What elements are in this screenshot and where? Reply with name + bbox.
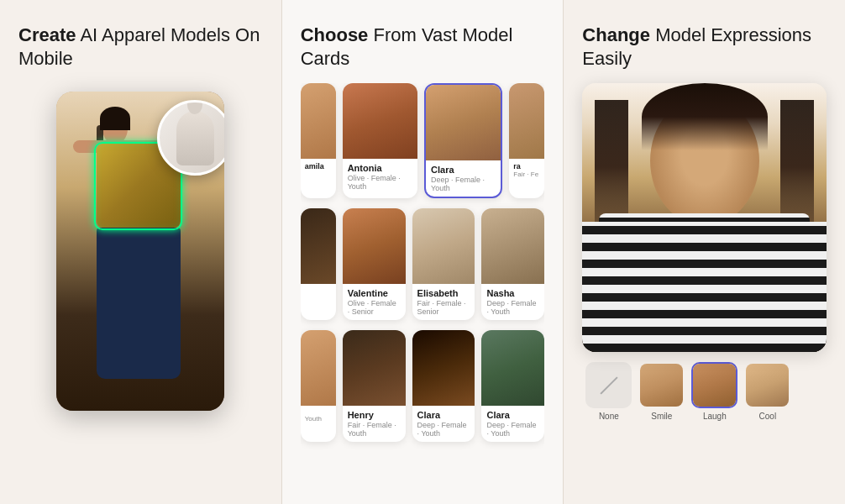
- model-row-1: amila Antonia Olive · Female · Youth Cla…: [301, 83, 545, 198]
- model-card-henry[interactable]: Henry Fair · Female · Youth: [343, 330, 406, 442]
- model-grid: amila Antonia Olive · Female · Youth Cla…: [301, 83, 545, 487]
- model-card-clara-male[interactable]: Clara Deep · Female · Youth: [412, 330, 475, 442]
- panel3-title-bold: Change: [582, 24, 650, 45]
- model-row-3: Youth Henry Fair · Female · Youth Clara …: [301, 330, 545, 442]
- model-card-antonia[interactable]: Antonia Olive · Female · Youth: [343, 83, 417, 198]
- expression-area: None Smile Laugh Cool: [582, 83, 827, 487]
- panel-expressions: Change Model Expressions Easily: [564, 0, 845, 504]
- model-card-elisabeth[interactable]: Elisabeth Fair · Female · Senior: [412, 208, 475, 320]
- phone-area: [18, 83, 263, 487]
- panel-create: Create AI Apparel Models On Mobile: [0, 0, 282, 504]
- main-model-photo: [582, 83, 827, 352]
- panel1-title: Create AI Apparel Models On Mobile: [18, 24, 263, 70]
- panel2-title-bold: Choose: [301, 24, 369, 45]
- model-card-valentine[interactable]: Valentine Olive · Female · Senior: [343, 208, 406, 320]
- model-card-clara-asian[interactable]: Clara Deep · Female · Youth: [481, 330, 544, 442]
- model-card-nasha[interactable]: Nasha Deep · Female · Youth: [481, 208, 544, 320]
- phone-screen: [56, 92, 224, 411]
- panel1-title-bold: Create: [18, 24, 76, 45]
- expression-option-laugh[interactable]: Laugh: [691, 362, 737, 421]
- model-card-partial-left-2[interactable]: [301, 208, 336, 320]
- model-card-clara-selected[interactable]: Clara Deep · Female · Youth: [424, 83, 502, 198]
- expression-option-smile[interactable]: Smile: [638, 362, 685, 421]
- expression-selector: None Smile Laugh Cool: [582, 362, 827, 421]
- model-card-partial-left[interactable]: amila: [301, 83, 336, 198]
- panel3-title: Change Model Expressions Easily: [582, 24, 827, 70]
- model-card-partial-right[interactable]: raFair · Fe: [509, 83, 544, 198]
- panel-choose: Choose From Vast Model Cards amila Anton…: [282, 0, 564, 504]
- mannequin-circle: [157, 100, 224, 176]
- expression-option-cool[interactable]: Cool: [744, 362, 790, 421]
- model-row-2: Valentine Olive · Female · Senior Elisab…: [301, 208, 545, 320]
- model-card-partial-left-3[interactable]: Youth: [301, 330, 336, 442]
- panel2-title: Choose From Vast Model Cards: [301, 24, 545, 70]
- expression-option-none[interactable]: None: [585, 362, 632, 421]
